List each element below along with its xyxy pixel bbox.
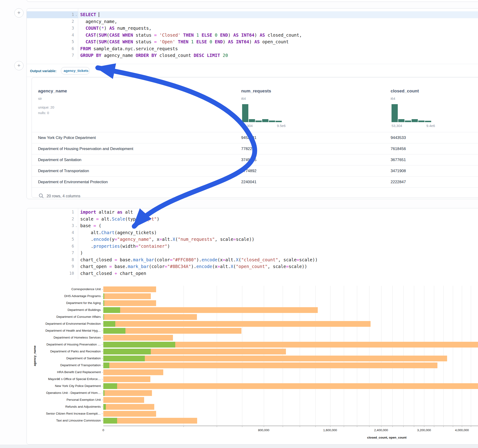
annotation-arrow [0,0,478,448]
notebook-page: + + 1⌄SELECT 2 agency_name,3 COUNT(*) AS… [0,0,478,448]
